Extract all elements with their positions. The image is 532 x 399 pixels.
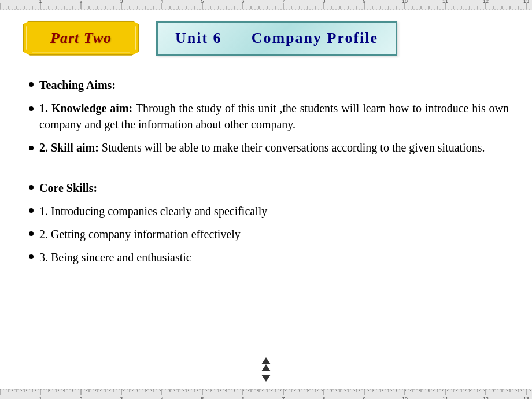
knowledge-aim-text: 1. Knowledge aim: Through the study of t… <box>39 100 509 132</box>
bullet-skill <box>23 139 39 150</box>
bullet-skill3 <box>23 249 39 259</box>
skill3-text: 3. Being sincere and enthusiastic <box>39 249 509 265</box>
ruler-bottom <box>0 389 532 399</box>
skill1-text: 1. Introducing companies clearly and spe… <box>39 203 509 219</box>
skill-aim-text: 2. Skill aim: Students will be able to m… <box>39 139 509 156</box>
nav-arrow-up[interactable] <box>261 357 271 364</box>
list-item-knowledge: 1. Knowledge aim: Through the study of t… <box>23 100 509 132</box>
nav-arrow-middle[interactable] <box>261 364 271 371</box>
part-two-banner: Part Two <box>23 21 139 56</box>
list-item-core-skills: Core Skills: <box>23 180 509 196</box>
section-gap <box>23 162 509 173</box>
bullet-knowledge <box>23 100 39 111</box>
part-two-label: Part Two <box>50 29 112 47</box>
core-skills-text: Core Skills: <box>39 180 509 196</box>
header: Part Two Unit 6 Company Profile <box>23 16 509 60</box>
list-item-skill1: 1. Introducing companies clearly and spe… <box>23 203 509 219</box>
skill2-text: 2. Getting company information effective… <box>39 226 509 242</box>
unit-title: Unit 6 Company Profile <box>175 29 378 47</box>
list-item-skill2: 2. Getting company information effective… <box>23 226 509 242</box>
bullet-skill1 <box>23 203 39 213</box>
nav-arrow-down[interactable] <box>261 375 271 382</box>
list-item-teaching-aims: Teaching Aims: <box>23 77 509 93</box>
nav-arrows[interactable] <box>261 357 271 382</box>
bullet-teaching <box>23 77 39 87</box>
ruler-top <box>0 0 532 10</box>
content-area: Part Two Unit 6 Company Profile Teaching… <box>0 10 532 389</box>
content-list: Teaching Aims: 1. Knowledge aim: Through… <box>23 77 509 265</box>
list-item-skill3: 3. Being sincere and enthusiastic <box>23 249 509 265</box>
list-item-skill: 2. Skill aim: Students will be able to m… <box>23 139 509 156</box>
unit-box: Unit 6 Company Profile <box>156 21 397 56</box>
bullet-skill2 <box>23 226 39 236</box>
bullet-core <box>23 180 39 190</box>
teaching-aims-text: Teaching Aims: <box>39 77 509 93</box>
